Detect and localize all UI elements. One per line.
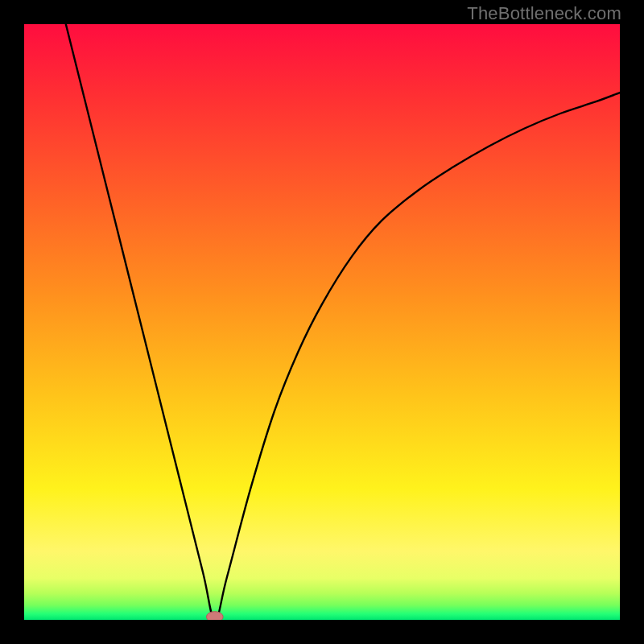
gradient-background [24, 24, 620, 620]
bottleneck-plot [24, 24, 620, 620]
minimum-marker [206, 612, 223, 620]
watermark-text: TheBottleneck.com [467, 3, 621, 24]
chart-frame: TheBottleneck.com [0, 0, 644, 644]
